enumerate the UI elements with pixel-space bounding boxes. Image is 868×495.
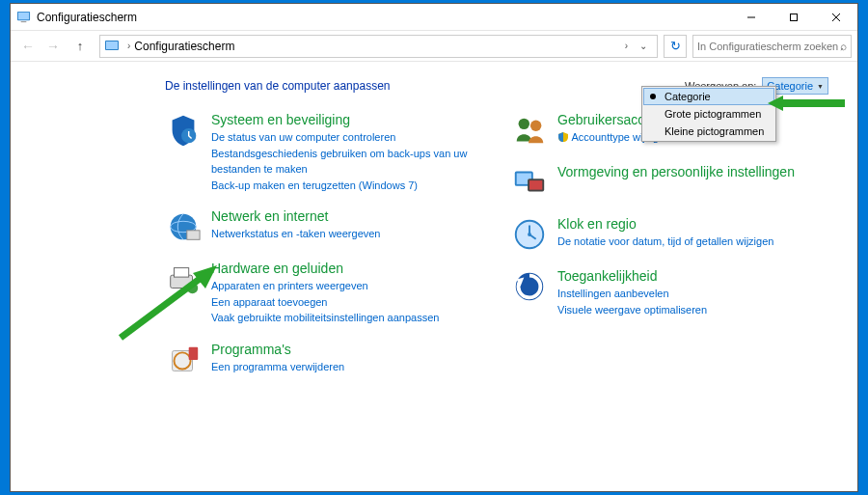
svg-rect-18	[189, 346, 199, 359]
titlebar: Configuratiescherm	[11, 4, 857, 31]
category-title[interactable]: Systeem en beveiliging	[211, 112, 482, 127]
category-link[interactable]: Netwerkstatus en -taken weergeven	[211, 226, 380, 242]
page-title: De instellingen van de computer aanpasse…	[165, 79, 685, 93]
category-columns: Systeem en beveiligingDe status van uw c…	[165, 112, 828, 378]
category-icon	[165, 342, 202, 378]
category-title[interactable]: Vormgeving en persoonlijke instellingen	[557, 164, 795, 179]
category-link[interactable]: De status van uw computer controleren	[211, 129, 482, 146]
annotation-arrow-icon	[116, 265, 222, 343]
window-title: Configuratiescherm	[37, 11, 730, 24]
svg-rect-8	[106, 41, 118, 49]
category-link[interactable]: Vaak gebruikte mobiliteitsinstellingen a…	[211, 310, 439, 326]
category-link[interactable]: De notatie voor datum, tijd of getallen …	[557, 234, 773, 250]
category-icon	[511, 268, 548, 305]
svg-line-30	[121, 273, 207, 338]
category-item: Programma'sEen programma verwijderen	[165, 342, 482, 378]
category-icon	[511, 112, 548, 149]
control-panel-icon	[16, 10, 31, 24]
category-title[interactable]: Toegankelijkheid	[557, 268, 707, 284]
refresh-button[interactable]: ↻	[664, 35, 687, 58]
category-title[interactable]: Klok en regio	[557, 216, 773, 232]
category-item: Klok en regioDe notatie voor datum, tijd…	[511, 216, 828, 253]
category-title[interactable]: Hardware en geluiden	[211, 261, 439, 276]
svg-point-20	[530, 121, 541, 131]
minimize-button[interactable]	[730, 4, 773, 30]
category-link[interactable]: Een apparaat toevoegen	[211, 294, 439, 311]
dropdown-item[interactable]: Categorie	[643, 88, 774, 105]
breadcrumb-text[interactable]: Configuratiescherm	[134, 40, 620, 53]
breadcrumb-dropdown-button[interactable]: ⌄	[632, 36, 653, 57]
right-column: Gebruikersaccounts Accounttype wijzigenV…	[511, 112, 828, 378]
navbar: ← → ↑ › Configuratiescherm › ⌄ ↻ ⌕	[11, 31, 857, 62]
close-button[interactable]	[815, 4, 857, 30]
svg-rect-12	[187, 231, 200, 240]
svg-marker-29	[768, 96, 845, 111]
category-link[interactable]: Instellingen aanbevelen	[557, 286, 707, 302]
category-item: Systeem en beveiligingDe status van uw c…	[165, 112, 482, 193]
category-item: Netwerk en internetNetwerkstatus en -tak…	[165, 208, 482, 245]
svg-rect-1	[18, 13, 29, 20]
svg-rect-4	[791, 14, 798, 20]
chevron-down-icon: ▼	[817, 83, 824, 90]
svg-point-26	[528, 233, 531, 236]
svg-point-19	[519, 119, 529, 129]
category-icon	[511, 216, 548, 253]
chevron-right-icon: ›	[123, 41, 134, 51]
category-title[interactable]: Netwerk en internet	[211, 208, 380, 224]
window-controls	[730, 4, 857, 30]
dropdown-item[interactable]: Grote pictogrammen	[643, 105, 774, 123]
category-link[interactable]: Back-up maken en terugzetten (Windows 7)	[211, 178, 482, 194]
dropdown-item[interactable]: Kleine pictogrammen	[643, 123, 774, 140]
category-item: ToegankelijkheidInstellingen aanbevelenV…	[511, 268, 828, 317]
category-item: Vormgeving en persoonlijke instellingen	[511, 164, 828, 201]
control-panel-icon	[104, 39, 120, 54]
annotation-arrow-icon	[768, 94, 845, 113]
maximize-button[interactable]	[773, 4, 815, 30]
category-icon	[165, 112, 202, 149]
search-input[interactable]	[697, 41, 840, 52]
chevron-right-icon: ›	[621, 41, 632, 51]
category-link[interactable]: Bestandsgeschiedenis gebruiken om back-u…	[211, 146, 482, 178]
category-link[interactable]: Apparaten en printers weergeven	[211, 278, 439, 294]
svg-rect-24	[529, 180, 542, 190]
window: Configuratiescherm ← → ↑ › Configuraties…	[10, 3, 858, 492]
category-link[interactable]: Visuele weergave optimaliseren	[557, 302, 707, 318]
search-box[interactable]: ⌕	[692, 35, 852, 58]
up-button[interactable]: ↑	[68, 34, 92, 59]
search-icon[interactable]: ⌕	[840, 40, 847, 53]
category-icon	[165, 208, 202, 245]
view-by-dropdown-menu: CategorieGrote pictogrammenKleine pictog…	[641, 86, 776, 142]
svg-rect-2	[21, 21, 27, 22]
category-icon	[511, 164, 548, 201]
category-title[interactable]: Programma's	[211, 342, 344, 357]
forward-button[interactable]: →	[41, 34, 65, 59]
back-button[interactable]: ←	[16, 34, 40, 59]
category-link[interactable]: Een programma verwijderen	[211, 359, 344, 375]
breadcrumb[interactable]: › Configuratiescherm › ⌄	[99, 35, 658, 58]
